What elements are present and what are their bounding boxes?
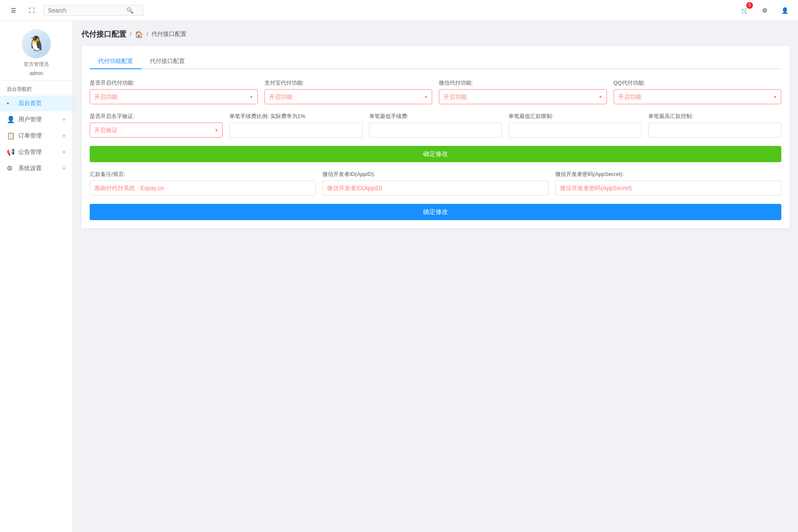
confirm-blue-button[interactable]: 确定修改	[90, 204, 781, 220]
label-alipay: 支付宝代付功能:	[264, 79, 433, 87]
expand-icon[interactable]: ⛶	[25, 4, 38, 17]
select-nameverify-input[interactable]: 开启验证关闭验证	[90, 123, 223, 138]
select-enable[interactable]: 开启功能关闭功能	[90, 89, 258, 104]
form-group-appid: 微信开发者ID(AppID):	[322, 171, 549, 196]
user-avatar[interactable]: 👤	[778, 4, 791, 17]
topbar: ☰ ⛶ 🔍 🛒 0 ⚙ 👤	[0, 0, 798, 21]
tabs: 代付功能配置 代付接口配置	[90, 54, 781, 69]
input-appsecret[interactable]	[555, 181, 781, 196]
settings-icon[interactable]: ⚙	[758, 4, 771, 17]
select-alipay[interactable]: 开启功能关闭功能	[264, 89, 433, 104]
label-appid: 微信开发者ID(AppID):	[322, 171, 549, 178]
sidebar-item-label: 公告管理	[18, 148, 62, 156]
input-appid[interactable]	[322, 181, 549, 196]
form-group-remark: 汇款备注/留言:	[90, 171, 316, 196]
cart-badge: 0	[746, 2, 753, 9]
sidebar: 🐧 官方管理员 admin 后台导航栏 ▪ 后台首页 👤 用户管理 + 📋 订单…	[0, 0, 73, 237]
input-max-limit[interactable]: 10000	[648, 123, 781, 138]
form-group-min-limit: 单笔最低汇款限制: 0.9	[509, 113, 642, 138]
breadcrumb-sub: 代付接口配置	[151, 30, 186, 38]
select-alipay-input[interactable]: 开启功能关闭功能	[264, 89, 433, 104]
label-appsecret: 微信开发者密码(AppSecret):	[555, 171, 781, 178]
orders-icon: 📋	[7, 132, 15, 140]
admin-label: admin	[30, 70, 43, 76]
label-qq: QQ代付功能:	[614, 79, 782, 87]
form-group-max-limit: 单笔最高汇款控制: 10000	[648, 113, 781, 138]
input-rate[interactable]: 0.01	[229, 123, 362, 138]
label-min-fee: 单笔最低手续费:	[369, 113, 502, 120]
plus-icon: +	[62, 165, 66, 172]
label-enable: 是否开启代付功能:	[90, 79, 258, 87]
tab-function[interactable]: 代付功能配置	[90, 54, 141, 69]
sidebar-item-notices[interactable]: 📢 公告管理 +	[0, 144, 73, 160]
select-nameverify[interactable]: 开启验证关闭验证	[90, 123, 223, 138]
form-group-nameverify: 是否开启名字验证: 开启验证关闭验证	[90, 113, 223, 138]
form-group-enable: 是否开启代付功能: 开启功能关闭功能	[90, 79, 258, 104]
menu-icon[interactable]: ☰	[7, 4, 20, 17]
form-group-min-fee: 单笔最低手续费: 0.3	[369, 113, 502, 138]
label-rate: 单笔手续费比例: 实际费率为1%	[229, 113, 362, 120]
main-card: 代付功能配置 代付接口配置 是否开启代付功能: 开启功能关闭功能 支付宝代付功能…	[81, 46, 790, 228]
sidebar-item-label: 后台首页	[18, 100, 66, 107]
breadcrumb-title: 代付接口配置	[81, 29, 126, 39]
search-box: 🔍	[43, 5, 143, 16]
notices-icon: 📢	[7, 148, 15, 156]
breadcrumb-home-icon: 🏠	[135, 30, 143, 38]
plus-icon: +	[62, 148, 66, 156]
sidebar-item-label: 用户管理	[18, 116, 62, 123]
form-group-appsecret: 微信开发者密码(AppSecret):	[555, 171, 781, 196]
input-min-limit[interactable]: 0.9	[509, 123, 642, 138]
breadcrumb-sep2: /	[146, 31, 148, 38]
confirm-green-button[interactable]: 确定修改	[90, 146, 781, 162]
form-group-qq: QQ代付功能: 开启功能关闭功能	[614, 79, 782, 104]
select-qq-input[interactable]: 开启功能关闭功能	[614, 89, 782, 104]
sidebar-item-label: 订单管理	[18, 132, 62, 140]
input-min-fee[interactable]: 0.3	[369, 123, 502, 138]
search-input[interactable]	[48, 7, 123, 14]
sidebar-item-users[interactable]: 👤 用户管理 +	[0, 111, 73, 128]
form-row-2: 是否开启名字验证: 开启验证关闭验证 单笔手续费比例: 实际费率为1% 0.01…	[90, 113, 781, 138]
sidebar-logo: 🐧 官方管理员 admin	[0, 21, 73, 81]
breadcrumb-sep: /	[130, 31, 131, 38]
form-group-rate: 单笔手续费比例: 实际费率为1% 0.01	[229, 113, 362, 138]
select-qq[interactable]: 开启功能关闭功能	[614, 89, 782, 104]
select-enable-input[interactable]: 开启功能关闭功能	[90, 89, 258, 104]
form-group-wechat: 微信代付功能: 开启功能关闭功能	[439, 79, 607, 104]
topbar-left: ☰ ⛶ 🔍	[7, 4, 143, 17]
users-icon: 👤	[7, 115, 15, 123]
plus-icon: +	[62, 132, 66, 140]
logo-subtitle: 官方管理员	[24, 61, 49, 68]
label-min-limit: 单笔最低汇款限制:	[509, 113, 642, 120]
nav-label: 后台导航栏	[0, 81, 73, 95]
label-nameverify: 是否开启名字验证:	[90, 113, 223, 120]
logo-image: 🐧	[22, 29, 51, 58]
topbar-right: 🛒 0 ⚙ 👤	[738, 4, 791, 17]
form-row-1: 是否开启代付功能: 开启功能关闭功能 支付宝代付功能: 开启功能关闭功能 微信代…	[90, 79, 781, 104]
sidebar-item-settings[interactable]: ⚙ 系统设置 +	[0, 160, 73, 176]
form-row-3: 汇款备注/留言: 微信开发者ID(AppID): 微信开发者密码(AppSecr…	[90, 171, 781, 196]
breadcrumb: 代付接口配置 / 🏠 / 代付接口配置	[81, 29, 790, 39]
select-wechat-input[interactable]: 开启功能关闭功能	[439, 89, 607, 104]
sidebar-item-orders[interactable]: 📋 订单管理 +	[0, 128, 73, 144]
label-wechat: 微信代付功能:	[439, 79, 607, 87]
plus-icon: +	[62, 116, 66, 123]
form-group-alipay: 支付宝代付功能: 开启功能关闭功能	[264, 79, 433, 104]
search-icon: 🔍	[126, 7, 133, 14]
dashboard-icon: ▪	[7, 100, 15, 107]
sidebar-item-label: 系统设置	[18, 165, 62, 172]
main-content: 代付接口配置 / 🏠 / 代付接口配置 代付功能配置 代付接口配置 是否开启代付…	[73, 21, 798, 237]
input-remark[interactable]	[90, 181, 316, 196]
select-wechat[interactable]: 开启功能关闭功能	[439, 89, 607, 104]
cart-icon[interactable]: 🛒 0	[738, 4, 751, 17]
label-remark: 汇款备注/留言:	[90, 171, 316, 178]
tab-interface[interactable]: 代付接口配置	[141, 54, 193, 69]
settings-icon: ⚙	[7, 164, 15, 172]
label-max-limit: 单笔最高汇款控制:	[648, 113, 781, 120]
sidebar-item-dashboard[interactable]: ▪ 后台首页	[0, 95, 73, 111]
